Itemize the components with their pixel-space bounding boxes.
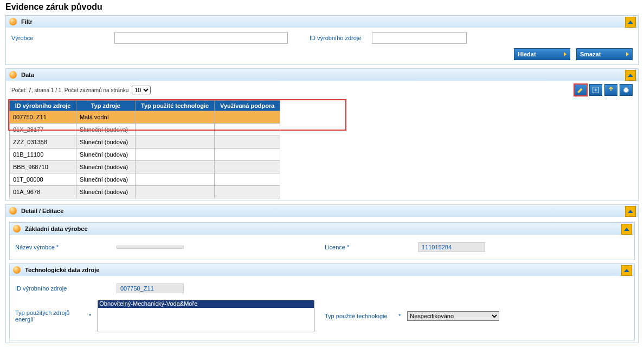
table-row[interactable]: 01B_11100Sluneční (budova) [10, 149, 280, 161]
table-row[interactable]: 007750_Z11Malá vodní [10, 111, 280, 124]
print-button[interactable] [620, 84, 633, 96]
cell [135, 149, 215, 161]
table-row[interactable]: 01A_9678Sluneční (budova) [10, 186, 280, 198]
play-icon [564, 52, 566, 56]
typ-tech-select[interactable]: Nespecifikováno [407, 311, 499, 321]
tech-header: Technologické data zdroje [10, 264, 634, 276]
pager-text: Počet: 7, strana 1 / 1, Počet záznamů na… [11, 87, 128, 93]
export-button[interactable] [589, 84, 602, 96]
cell: 01T_00000 [10, 173, 76, 186]
collapse-button[interactable] [621, 265, 632, 276]
cell [135, 111, 215, 124]
svg-marker-6 [628, 210, 633, 213]
smazat-button[interactable]: Smazat [576, 48, 633, 60]
nazev-vyrobce-label: Název výrobce * [15, 244, 110, 250]
cell: Sluneční (budova) [76, 124, 135, 136]
svg-marker-1 [628, 74, 633, 77]
vyrobce-label: Výrobce [11, 35, 104, 41]
bullet-icon [9, 18, 17, 25]
cell: Sluneční (budova) [76, 186, 135, 198]
typ-energii-select[interactable]: Obnovitelný-Mechanický-Voda&Moře [98, 300, 314, 332]
data-header: Data [6, 69, 638, 81]
edit-button[interactable] [574, 84, 587, 96]
cell [215, 149, 280, 161]
data-panel: Data Počet: 7, strana 1 / 1, Počet zázna… [5, 68, 639, 201]
cell: 01B_11100 [10, 149, 76, 161]
filter-title: Filtr [21, 18, 33, 25]
column-header[interactable]: ID výrobního zdroje [10, 101, 76, 111]
nazev-vyrobce-value [117, 246, 184, 249]
cell [215, 186, 280, 198]
svg-rect-4 [624, 88, 627, 89]
cell: Malá vodní [76, 111, 135, 124]
cell [215, 161, 280, 173]
page-size-select[interactable]: 10 [132, 86, 151, 94]
cell [135, 161, 215, 173]
cell [215, 136, 280, 149]
cell: 01A_9678 [10, 186, 76, 198]
detail-title: Detail / Editace [21, 208, 63, 214]
cell [135, 173, 215, 186]
filter-panel: Filtr Výrobce ID výrobního zdroje Hledat… [5, 15, 639, 65]
licence-label: Licence * [325, 244, 411, 250]
hledat-button[interactable]: Hledat [514, 48, 570, 60]
svg-marker-7 [624, 228, 629, 231]
cell [135, 186, 215, 198]
column-header[interactable]: Typ zdroje [76, 101, 135, 111]
cell: Sluneční (budova) [76, 149, 135, 161]
table-row[interactable]: ZZZ_031358Sluneční (budova) [10, 136, 280, 149]
table-row[interactable]: 01T_00000Sluneční (budova) [10, 173, 280, 186]
id-zdroje-label2: ID výrobního zdroje [15, 285, 110, 292]
detail-panel: Detail / Editace Základní data výrobce N… [5, 204, 639, 343]
cell [215, 111, 280, 124]
column-header[interactable]: Typ použité technologie [135, 101, 215, 111]
cell [215, 173, 280, 186]
id-zdroje-value: 007750_Z11 [117, 283, 184, 293]
table-row[interactable]: 01X_28177Sluneční (budova) [10, 124, 280, 136]
bullet-icon [9, 207, 17, 215]
vyrobce-input[interactable] [114, 32, 288, 44]
cell [215, 124, 280, 136]
zakladni-title: Základní data výrobce [25, 225, 88, 232]
smazat-label: Smazat [580, 51, 601, 57]
hledat-label: Hledat [518, 51, 536, 57]
column-header[interactable]: Využívaná podpora [215, 101, 280, 111]
play-icon [626, 52, 629, 56]
import-button[interactable] [604, 84, 617, 96]
collapse-button[interactable] [625, 17, 636, 28]
cell: Sluneční (budova) [76, 173, 135, 186]
tech-panel: Technologické data zdroje ID výrobního z… [9, 263, 635, 340]
bullet-icon [13, 266, 21, 274]
cell: Sluneční (budova) [76, 136, 135, 149]
bullet-icon [9, 71, 17, 79]
typ-energii-label: Typ použitých zdrojů energií [15, 310, 80, 323]
svg-marker-8 [624, 269, 629, 272]
detail-header: Detail / Editace [6, 205, 638, 217]
svg-rect-5 [624, 91, 627, 93]
filter-header: Filtr [6, 16, 638, 28]
tech-title: Technologické data zdroje [25, 267, 99, 273]
licence-value: 111015284 [418, 242, 485, 252]
required-mark: * [398, 313, 401, 319]
cell: Sluneční (budova) [76, 161, 135, 173]
cell: ZZZ_031358 [10, 136, 76, 149]
bullet-icon [13, 225, 21, 233]
data-title: Data [21, 72, 34, 78]
cell: 01X_28177 [10, 124, 76, 136]
cell: BBB_968710 [10, 161, 76, 173]
typ-tech-label: Typ použité technologie [325, 313, 390, 319]
collapse-button[interactable] [621, 224, 632, 235]
table-row[interactable]: BBB_968710Sluneční (budova) [10, 161, 280, 173]
cell: 007750_Z11 [10, 111, 76, 124]
cell [135, 124, 215, 136]
cell [135, 136, 215, 149]
id-zdroje-input[interactable] [372, 32, 467, 44]
zakladni-panel: Základní data výrobce Název výrobce * Li… [9, 222, 635, 260]
collapse-button[interactable] [625, 70, 636, 81]
page-title: Evidence záruk původu [5, 2, 639, 12]
collapse-button[interactable] [625, 206, 636, 217]
id-zdroje-label: ID výrobního zdroje [310, 35, 361, 41]
zakladni-header: Základní data výrobce [10, 223, 634, 235]
svg-marker-0 [628, 21, 633, 24]
required-mark: * [89, 313, 91, 319]
